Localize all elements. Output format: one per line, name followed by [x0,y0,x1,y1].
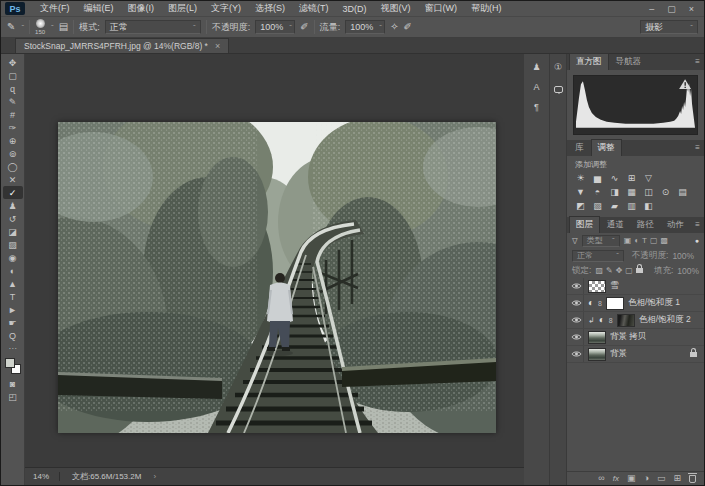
patch-tool[interactable]: ⊚ [3,147,23,160]
lasso-tool[interactable]: ɋ [3,82,23,95]
layer-mask-thumbnail[interactable] [606,297,624,310]
workspace-select[interactable]: 摄影ˇ [640,20,698,34]
layer-name[interactable]: 背景 [610,348,627,360]
tab-paths[interactable]: 路径 [631,217,660,233]
posterize-icon[interactable]: ▤ [677,186,688,198]
content-aware-move-tool[interactable]: ✕ [3,173,23,186]
mask-link-icon[interactable]: 8 [609,317,613,324]
layer-row-hue-sat-2[interactable]: ↲ ◐ 8 色相/饱和度 2 [567,312,704,329]
layer-row-background[interactable]: 背景 [567,346,704,363]
eyedropper-tool[interactable]: ✑ [3,121,23,134]
lock-artboard-icon[interactable]: ▢ [625,266,633,275]
filter-shape-layers-icon[interactable]: ▢ [650,236,658,245]
layer-name[interactable]: 色相/饱和度 2 [639,314,691,326]
new-group-icon[interactable]: ▭ [657,474,666,483]
layer-thumbnail[interactable] [588,331,606,344]
layer-style-icon[interactable]: fx [613,474,619,483]
menu-select[interactable]: 选择(S) [248,2,292,15]
visibility-eye-icon[interactable] [570,278,584,294]
visibility-eye-icon[interactable] [570,329,584,345]
color-lookup-icon[interactable]: ⊙ [660,186,671,198]
tab-adjustments[interactable]: 调整 [591,139,622,156]
menu-3d[interactable]: 3D(D) [336,4,374,14]
tab-layers[interactable]: 图层 [569,216,600,233]
adjustment-layer-icon[interactable]: ◐ [588,298,594,308]
foreground-color-swatch[interactable] [5,358,15,368]
eraser-tool[interactable]: ◪ [3,225,23,238]
document-tab[interactable]: StockSnap_JMRRS4PFRH.jpg @ 14%(RGB/8) * … [15,38,229,53]
history-brush-tool[interactable]: ↺ [3,212,23,225]
menu-edit[interactable]: 编辑(E) [77,2,121,15]
brush-preset-picker[interactable]: 150 [35,19,45,35]
zoom-level[interactable]: 14% [33,472,60,481]
airbrush-icon[interactable]: ✧ [390,22,398,32]
menu-type[interactable]: 文字(Y) [204,2,248,15]
maximize-button[interactable]: ▢ [667,4,676,14]
tab-libraries[interactable]: 库 [569,140,590,156]
layer-opacity-value[interactable]: 100% [672,251,694,261]
gradient-map-icon[interactable]: ▰ [609,200,620,212]
type-tool[interactable]: T [3,290,23,303]
fill-value[interactable]: 100% [677,266,699,276]
filter-type-layers-icon[interactable]: T [642,236,647,245]
menu-window[interactable]: 窗口(W) [418,2,465,15]
vibrance-icon[interactable]: ▽ [643,172,654,184]
marquee-tool[interactable]: ▢ [3,69,23,82]
curves-icon[interactable]: ∿ [609,172,620,184]
more-tools-icon[interactable]: ⋯ [9,344,17,353]
gradient-tool[interactable]: ▨ [3,238,23,251]
layer-mask-thumbnail[interactable] [617,314,635,327]
menu-filter[interactable]: 滤镜(T) [292,2,336,15]
layer-name[interactable]: 背景 拷贝 [610,331,646,343]
invert-icon[interactable]: ◩ [575,200,586,212]
visibility-eye-icon[interactable] [570,295,584,311]
layer-thumbnail[interactable] [588,280,606,293]
brightness-contrast-icon[interactable]: ☀ [575,172,586,184]
hue-saturation-icon[interactable]: ▼ [575,186,586,198]
layer-name[interactable]: 色相/饱和度 1 [628,297,680,309]
lock-position-icon[interactable]: ✥ [616,266,623,275]
levels-icon[interactable]: ▅ [592,172,603,184]
notes-panel-icon[interactable] [550,82,566,96]
close-button[interactable]: × [689,4,694,14]
mask-link-icon[interactable]: 8 [598,300,602,307]
filter-toggle-icon[interactable]: ● [695,237,699,244]
red-eye-tool[interactable]: ◯ [3,160,23,173]
add-layer-mask-icon[interactable]: ▣ [627,474,636,483]
filter-adjustment-layers-icon[interactable]: ◐ [634,236,639,245]
tab-actions[interactable]: 动作 [661,217,690,233]
tab-channels[interactable]: 通道 [601,217,630,233]
move-tool[interactable]: ✥ [3,56,23,69]
layer-filter-type-select[interactable]: 类型ˇ [582,235,620,247]
layer-name[interactable]: 雪 [610,280,619,292]
adjustment-layer-icon[interactable]: ◐ [599,315,605,325]
character-panel-icon[interactable]: A [529,80,545,94]
minimize-button[interactable]: – [649,4,654,14]
spot-healing-tool[interactable]: ⊕ [3,134,23,147]
lock-transparent-icon[interactable]: ▨ [595,266,603,275]
canvas-area[interactable] [25,54,524,467]
info-panel-icon[interactable]: ① [550,60,566,74]
quick-selection-tool[interactable]: ✎ [3,95,23,108]
lock-pixels-icon[interactable]: ✎ [606,266,613,275]
channel-mixer-icon[interactable]: ◫ [643,186,654,198]
menu-help[interactable]: 帮助(H) [464,2,509,15]
pen-tool[interactable]: ▲ [3,277,23,290]
selective-color-icon[interactable]: ▥ [626,200,637,212]
menu-layer[interactable]: 图层(L) [161,2,204,15]
pressure-opacity-icon[interactable]: ✐ [300,22,308,32]
delete-layer-icon[interactable] [689,475,696,483]
clone-stamp-tool[interactable]: ♟ [3,199,23,212]
hand-tool[interactable]: ☛ [3,316,23,329]
opacity-select[interactable]: 100%ˇ [255,20,295,34]
clone-source-panel-icon[interactable]: ♟ [529,60,545,74]
black-white-icon[interactable]: ◨ [609,186,620,198]
filter-pixel-layers-icon[interactable]: ▣ [624,236,632,245]
path-selection-tool[interactable]: ► [3,303,23,316]
visibility-eye-icon[interactable] [570,312,584,328]
panel-menu-icon[interactable]: ≡ [695,220,700,229]
zoom-tool[interactable]: Q [3,329,23,342]
color-swatches[interactable] [5,358,21,374]
screen-mode-button[interactable]: ◰ [3,390,23,403]
color-balance-icon[interactable]: ◓ [592,186,603,198]
